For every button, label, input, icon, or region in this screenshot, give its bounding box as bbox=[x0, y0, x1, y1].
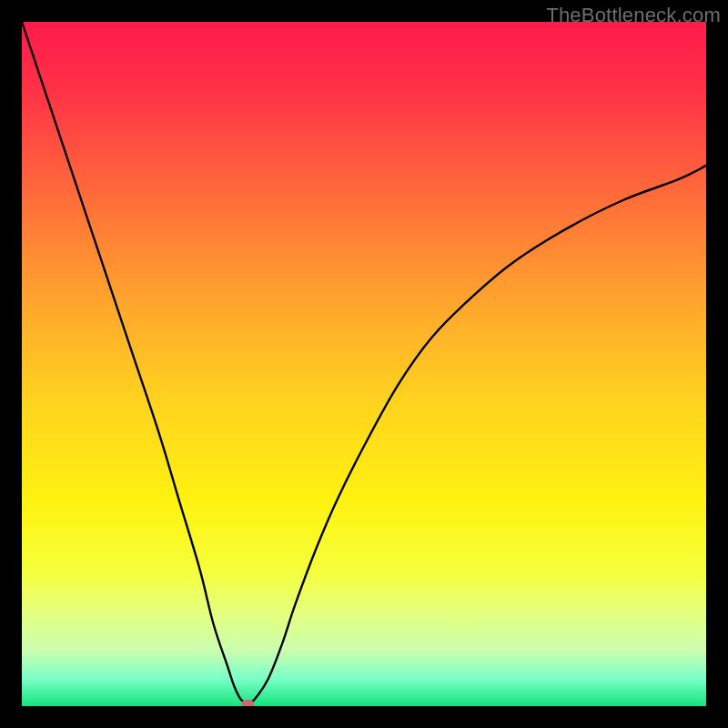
chart-svg bbox=[22, 22, 706, 706]
plot-area bbox=[22, 22, 706, 706]
chart-frame: TheBottleneck.com bbox=[0, 0, 728, 728]
gradient-background bbox=[22, 22, 706, 706]
